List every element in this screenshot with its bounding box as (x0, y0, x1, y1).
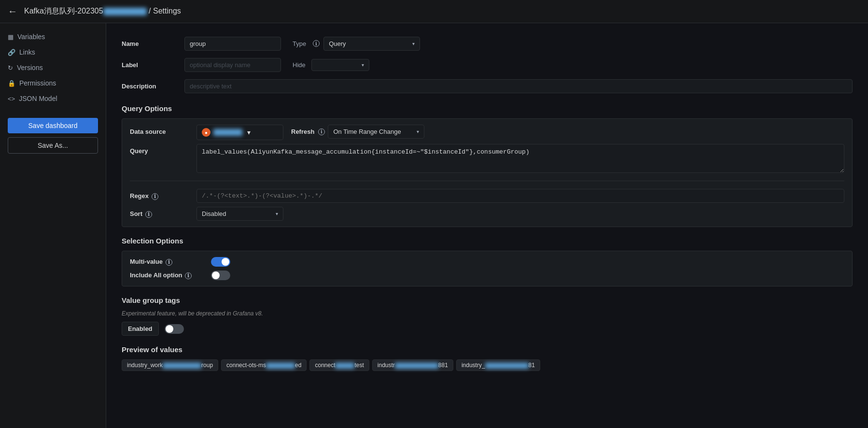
save-as-button[interactable]: Save As... (8, 137, 98, 154)
label-label: Label (122, 61, 184, 69)
sidebar-item-permissions[interactable]: 🔒 Permissions (0, 75, 106, 91)
datasource-row: Data source ● ▾ Refresh ℹ On Time Range … (130, 125, 844, 140)
query-input[interactable]: label_values(AliyunKafka_message_accumul… (196, 144, 844, 173)
regex-info-icon: ℹ (152, 193, 158, 200)
sidebar-item-versions[interactable]: ↻ Versions (0, 60, 106, 75)
variables-icon: ▦ (8, 33, 14, 41)
preview-tag-3-blurred (335, 363, 354, 369)
datasource-icon: ● (202, 128, 210, 137)
selection-options-title: Selection Options (122, 237, 853, 245)
hide-select[interactable]: ▾ (311, 59, 369, 71)
include-all-label: Include All option ℹ (130, 271, 207, 279)
enabled-label-box: Enabled (122, 322, 159, 336)
regex-row: Regex ℹ (130, 189, 844, 203)
datasource-chevron-icon: ▾ (247, 128, 251, 136)
sidebar-save-section: Save dashboard Save As... (0, 110, 106, 161)
preview-tag-1-blurred (163, 363, 201, 369)
refresh-label: Refresh (291, 128, 314, 135)
topbar: ← Kafka消息队列-202305 / Settings (0, 0, 868, 23)
sort-info-icon: ℹ (145, 211, 152, 218)
preview-title: Preview of values (122, 345, 853, 354)
sidebar-item-label: Variables (17, 33, 45, 41)
title-blurred (103, 8, 147, 15)
type-select[interactable]: Query ▾ (323, 37, 420, 51)
sidebar: ▦ Variables 🔗 Links ↻ Versions 🔒 Permiss… (0, 23, 106, 428)
preview-tag-5: industry_81 (456, 359, 540, 371)
sort-value: Disabled (202, 210, 226, 217)
include-all-toggle[interactable] (211, 271, 230, 280)
query-options-title: Query Options (122, 104, 853, 113)
on-time-range-label: On Time Range Change (333, 128, 401, 135)
sidebar-item-variables[interactable]: ▦ Variables (0, 29, 106, 44)
multi-value-info-icon: ℹ (166, 259, 172, 266)
name-label: Name (122, 40, 184, 47)
multi-value-row: Multi-value ℹ (130, 257, 844, 267)
sidebar-item-label: Permissions (19, 79, 56, 87)
json-icon: <> (8, 95, 15, 102)
multi-value-label: Multi-value ℹ (130, 258, 207, 266)
description-label: Description (122, 83, 184, 90)
on-time-range-select[interactable]: On Time Range Change ▾ (328, 125, 424, 139)
query-options-grid: Data source ● ▾ Refresh ℹ On Time Range … (122, 118, 853, 227)
sidebar-item-links[interactable]: 🔗 Links (0, 44, 106, 60)
preview-tags: industry_workroup connect-ots-msed conne… (122, 359, 853, 371)
on-time-range-chevron-icon: ▾ (417, 129, 419, 134)
type-group: Type ℹ Query ▾ (293, 37, 420, 51)
type-chevron-icon: ▾ (412, 41, 415, 46)
query-label: Query (130, 144, 193, 155)
preview-tag-1: industry_workroup (122, 359, 218, 371)
main-content: Name Type ℹ Query ▾ Label Hide ▾ (106, 23, 868, 428)
preview-tag-2: connect-ots-msed (221, 359, 307, 371)
lock-icon: 🔒 (8, 80, 15, 87)
description-input[interactable] (184, 79, 853, 93)
page-title: Kafka消息队列-202305 / Settings (24, 6, 181, 16)
include-all-row: Include All option ℹ (130, 271, 844, 280)
preview-tag-4: industr881 (372, 359, 453, 371)
preview-tag-2-blurred (266, 363, 295, 369)
multi-value-toggle[interactable] (211, 257, 230, 267)
value-group-subtitle: Experimental feature, will be deprecated… (122, 310, 853, 317)
query-row: Query label_values(AliyunKafka_message_a… (130, 144, 844, 173)
sidebar-item-label: Links (19, 48, 35, 56)
label-input[interactable] (184, 58, 281, 72)
sidebar-item-label: JSON Model (19, 95, 57, 102)
title-prefix: Kafka消息队列-202305 (24, 7, 103, 15)
include-all-info-icon: ℹ (185, 272, 192, 279)
datasource-label: Data source (130, 125, 193, 135)
sidebar-item-json-model[interactable]: <> JSON Model (0, 91, 106, 106)
regex-input[interactable] (196, 189, 844, 203)
preview-tag-3: connecttest (309, 359, 369, 371)
selection-options-section: Multi-value ℹ Include All option ℹ (122, 251, 853, 286)
link-icon: 🔗 (8, 49, 15, 56)
sort-label: Sort ℹ (130, 207, 193, 218)
hide-group: Hide ▾ (293, 59, 369, 71)
type-label: Type (293, 40, 306, 47)
datasource-select[interactable]: ● ▾ (196, 125, 283, 140)
preview-section: Preview of values industry_workroup conn… (122, 345, 853, 371)
save-dashboard-button[interactable]: Save dashboard (8, 118, 98, 133)
name-input[interactable] (184, 37, 281, 51)
back-button[interactable]: ← (8, 6, 17, 17)
value-group-section: Value group tags Experimental feature, w… (122, 296, 853, 336)
label-row: Label Hide ▾ (122, 56, 853, 73)
regex-label: Regex ℹ (130, 189, 193, 200)
description-row: Description (122, 77, 853, 95)
value-group-enabled-toggle[interactable] (165, 324, 184, 334)
refresh-info-icon: ℹ (318, 128, 325, 135)
title-section: Settings (153, 7, 181, 15)
type-info-icon: ℹ (313, 40, 320, 47)
refresh-section: Refresh ℹ On Time Range Change ▾ (291, 125, 424, 139)
hide-chevron-icon: ▾ (362, 62, 364, 68)
preview-tag-5-blurred (485, 363, 529, 369)
name-row: Name Type ℹ Query ▾ (122, 35, 853, 52)
enabled-toggle-row: Enabled (122, 322, 853, 336)
hide-label-text: Hide (293, 61, 306, 69)
versions-icon: ↻ (8, 64, 13, 71)
sort-select[interactable]: Disabled ▾ (196, 207, 283, 221)
sort-chevron-icon: ▾ (276, 211, 278, 216)
value-group-title: Value group tags (122, 296, 853, 304)
sidebar-item-label: Versions (17, 64, 43, 71)
preview-tag-4-blurred (395, 363, 438, 369)
title-sep: / (149, 7, 153, 15)
type-value: Query (329, 40, 346, 47)
